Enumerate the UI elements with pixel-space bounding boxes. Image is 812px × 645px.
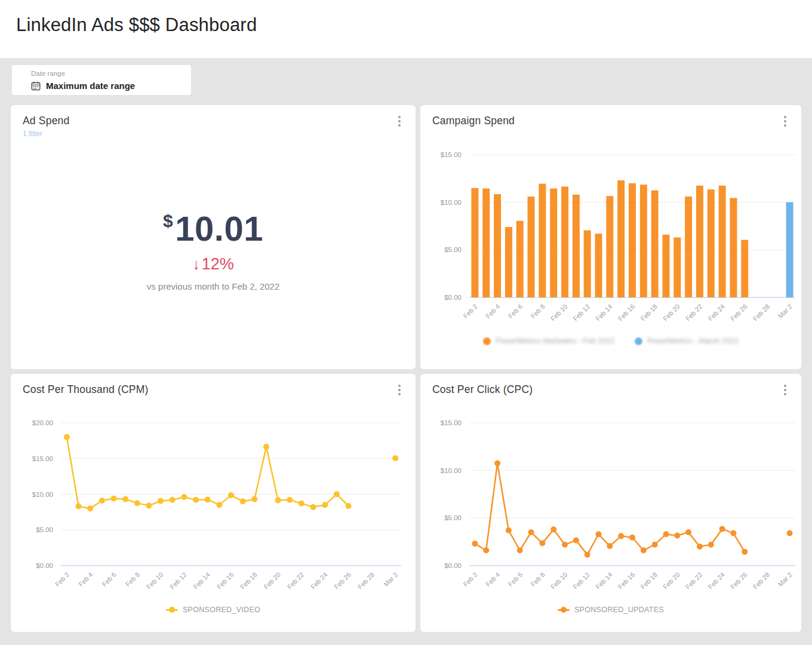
- svg-text:Feb 20: Feb 20: [662, 571, 681, 591]
- date-range-value: Maximum date range: [46, 81, 135, 91]
- svg-text:Feb 16: Feb 16: [617, 571, 636, 591]
- legend-label: SPONSORED_VIDEO: [183, 606, 260, 614]
- svg-text:Feb 24: Feb 24: [706, 303, 726, 322]
- date-range-picker[interactable]: Date range Maximum date range: [12, 65, 191, 95]
- svg-text:Feb 26: Feb 26: [729, 571, 749, 591]
- svg-text:Feb 8: Feb 8: [529, 303, 546, 320]
- cpc-legend: SPONSORED_UPDATES: [420, 606, 801, 614]
- svg-text:Feb 8: Feb 8: [529, 571, 546, 588]
- svg-text:$0.00: $0.00: [444, 562, 462, 569]
- metric-delta: ↓12%: [11, 255, 416, 274]
- svg-text:$10.00: $10.00: [441, 199, 462, 206]
- svg-text:Feb 4: Feb 4: [77, 571, 94, 588]
- svg-text:$10.00: $10.00: [32, 491, 53, 498]
- svg-text:Feb 26: Feb 26: [333, 571, 352, 591]
- svg-text:Feb 24: Feb 24: [706, 571, 726, 591]
- svg-text:Feb 6: Feb 6: [507, 571, 524, 588]
- cpm-chart[interactable]: $20.00$15.00$10.00$5.00$0.00Feb 2Feb 4Fe…: [11, 374, 416, 613]
- svg-text:Feb 6: Feb 6: [507, 303, 524, 320]
- svg-text:Feb 4: Feb 4: [484, 303, 501, 320]
- legend-item-feb-2022[interactable]: PowerMetrics Marketers - Feb 2022: [483, 337, 614, 345]
- svg-text:Feb 2: Feb 2: [462, 303, 478, 320]
- campaign-spend-chart[interactable]: $15.00$10.00$5.00$0.00Feb 2Feb 4Feb 6Feb…: [420, 105, 801, 344]
- legend-dot-orange: [483, 337, 491, 345]
- campaign-spend-panel: Campaign Spend $15.00$10.00$5.00$0.00Feb…: [420, 105, 801, 369]
- svg-text:Feb 14: Feb 14: [594, 571, 614, 591]
- svg-text:Feb 14: Feb 14: [594, 303, 614, 322]
- ad-spend-metric: $10.01 ↓12% vs previous month to Feb 2, …: [11, 211, 416, 291]
- legend-dot-blue: [635, 337, 642, 345]
- legend-line-marker: [558, 606, 570, 613]
- metric-value: $10.01: [11, 211, 416, 246]
- cpc-panel: Cost Per Click (CPC) $15.00$10.00$5.00$0…: [420, 374, 801, 632]
- kebab-menu-icon[interactable]: [394, 115, 405, 128]
- svg-text:$0.00: $0.00: [36, 562, 53, 569]
- header: LinkedIn Ads $$$ Dashboard: [0, 0, 812, 58]
- ad-spend-title: Ad Spend: [23, 115, 69, 127]
- arrow-down-icon: ↓: [192, 256, 200, 272]
- svg-text:Feb 18: Feb 18: [239, 571, 259, 591]
- svg-text:Feb 4: Feb 4: [484, 571, 501, 588]
- svg-text:Feb 18: Feb 18: [639, 303, 659, 322]
- legend-item-march-2022[interactable]: PowerMetrics - March 2022: [635, 337, 739, 345]
- svg-text:Feb 6: Feb 6: [100, 571, 117, 588]
- svg-text:Feb 10: Feb 10: [145, 571, 165, 591]
- svg-text:Feb 12: Feb 12: [571, 571, 591, 591]
- svg-text:Feb 20: Feb 20: [662, 303, 681, 322]
- svg-text:Feb 16: Feb 16: [617, 303, 636, 322]
- svg-text:$0.00: $0.00: [444, 294, 462, 301]
- svg-text:$15.00: $15.00: [32, 455, 53, 462]
- svg-text:Feb 2: Feb 2: [54, 571, 70, 588]
- svg-text:Feb 22: Feb 22: [684, 571, 704, 591]
- svg-text:$5.00: $5.00: [444, 246, 462, 253]
- svg-text:Mar 2: Mar 2: [382, 571, 399, 588]
- svg-text:Feb 26: Feb 26: [729, 303, 749, 322]
- legend-item-sponsored-video[interactable]: SPONSORED_VIDEO: [166, 606, 260, 614]
- calendar-icon: [31, 81, 41, 91]
- currency-symbol: $: [163, 211, 173, 231]
- svg-text:Feb 10: Feb 10: [549, 571, 569, 591]
- svg-text:Feb 8: Feb 8: [124, 571, 141, 588]
- svg-text:Feb 28: Feb 28: [356, 571, 376, 591]
- legend-label: SPONSORED_UPDATES: [574, 606, 664, 614]
- svg-text:Feb 16: Feb 16: [216, 571, 235, 591]
- svg-text:$5.00: $5.00: [444, 514, 462, 521]
- metric-number: 10.01: [175, 209, 263, 248]
- svg-text:Feb 10: Feb 10: [549, 303, 569, 322]
- svg-text:$5.00: $5.00: [36, 526, 53, 533]
- legend-item-sponsored-updates[interactable]: SPONSORED_UPDATES: [558, 606, 664, 614]
- legend-line-marker: [166, 606, 178, 613]
- ad-spend-panel: Ad Spend 1 filter $10.01 ↓12% vs previou…: [11, 105, 416, 369]
- svg-text:Feb 28: Feb 28: [752, 571, 771, 591]
- campaign-legend: PowerMetrics Marketers - Feb 2022 PowerM…: [420, 337, 801, 345]
- svg-text:Mar 2: Mar 2: [777, 571, 793, 588]
- svg-text:Feb 14: Feb 14: [192, 571, 211, 591]
- page-title: LinkedIn Ads $$$ Dashboard: [16, 14, 257, 36]
- svg-text:Feb 2: Feb 2: [462, 571, 478, 588]
- svg-text:Feb 22: Feb 22: [684, 303, 704, 322]
- svg-text:Mar 2: Mar 2: [777, 303, 793, 320]
- svg-text:$15.00: $15.00: [441, 419, 462, 426]
- cpc-chart[interactable]: $15.00$10.00$5.00$0.00Feb 2Feb 4Feb 6Feb…: [420, 374, 801, 613]
- svg-text:Feb 24: Feb 24: [309, 571, 329, 591]
- svg-text:Feb 12: Feb 12: [571, 303, 591, 322]
- legend-label: PowerMetrics Marketers - Feb 2022: [496, 337, 614, 345]
- comparison-label: vs previous month to Feb 2, 2022: [11, 281, 416, 291]
- svg-text:$15.00: $15.00: [441, 151, 462, 158]
- svg-text:Feb 18: Feb 18: [639, 571, 659, 591]
- cpm-legend: SPONSORED_VIDEO: [11, 606, 416, 614]
- date-range-label: Date range: [31, 70, 65, 77]
- delta-percent: 12%: [202, 255, 234, 273]
- svg-text:Feb 20: Feb 20: [262, 571, 282, 591]
- svg-text:Feb 12: Feb 12: [168, 571, 188, 591]
- svg-text:$10.00: $10.00: [441, 467, 462, 474]
- filter-note[interactable]: 1 filter: [23, 130, 42, 138]
- svg-text:$20.00: $20.00: [32, 419, 53, 426]
- cpm-panel: Cost Per Thousand (CPM) $20.00$15.00$10.…: [11, 374, 416, 632]
- date-range-row: Maximum date range: [31, 81, 135, 91]
- svg-text:Feb 28: Feb 28: [752, 303, 771, 322]
- legend-label: PowerMetrics - March 2022: [647, 337, 739, 345]
- svg-text:Feb 22: Feb 22: [286, 571, 306, 591]
